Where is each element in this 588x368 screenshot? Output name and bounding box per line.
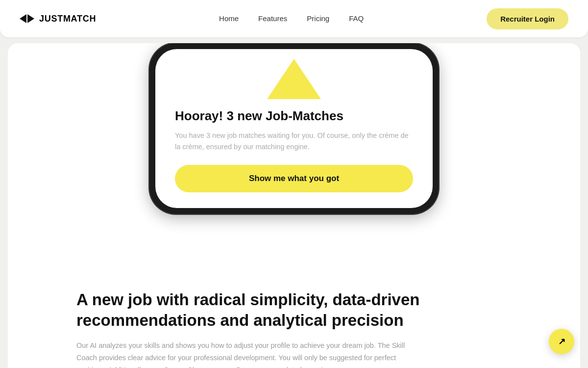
nav-links: Home Features Pricing FAQ bbox=[219, 14, 364, 23]
nav-features[interactable]: Features bbox=[258, 14, 287, 23]
page-body: Hooray! 3 new Job-Matches You have 3 new… bbox=[0, 0, 588, 368]
hero-description: Our AI analyzes your skills and shows yo… bbox=[76, 340, 424, 368]
logo-tri-left bbox=[20, 14, 26, 23]
phone-bezel: Hooray! 3 new Job-Matches You have 3 new… bbox=[149, 43, 439, 214]
nav-pricing[interactable]: Pricing bbox=[307, 14, 329, 23]
notification-title: Hooray! 3 new Job-Matches bbox=[175, 108, 413, 124]
logo-text: JUSTMATCH bbox=[39, 14, 96, 24]
hero-headline: A new job with radical simplicity, data-… bbox=[76, 289, 429, 331]
phone-section: Hooray! 3 new Job-Matches You have 3 new… bbox=[8, 43, 580, 274]
logo-tri-right bbox=[27, 14, 34, 23]
logo[interactable]: JUSTMATCH bbox=[20, 14, 96, 24]
fab-button[interactable]: ↗ bbox=[549, 329, 574, 354]
hero-section: A new job with radical simplicity, data-… bbox=[8, 274, 580, 368]
phone-mockup: Hooray! 3 new Job-Matches You have 3 new… bbox=[149, 43, 439, 274]
navbar: JUSTMATCH Home Features Pricing FAQ Recr… bbox=[0, 0, 588, 37]
phone-triangle-icon bbox=[267, 59, 321, 99]
screen-triangle-wrap bbox=[175, 65, 413, 99]
show-matches-button[interactable]: Show me what you got bbox=[175, 165, 413, 192]
main-card: Hooray! 3 new Job-Matches You have 3 new… bbox=[8, 43, 580, 368]
fab-icon: ↗ bbox=[558, 336, 565, 347]
phone-screen: Hooray! 3 new Job-Matches You have 3 new… bbox=[155, 49, 433, 208]
logo-icon bbox=[20, 14, 34, 23]
nav-home[interactable]: Home bbox=[219, 14, 239, 23]
notification-body: You have 3 new job matches waiting for y… bbox=[175, 130, 413, 154]
recruiter-login-button[interactable]: Recruiter Login bbox=[487, 8, 568, 29]
nav-faq[interactable]: FAQ bbox=[349, 14, 364, 23]
